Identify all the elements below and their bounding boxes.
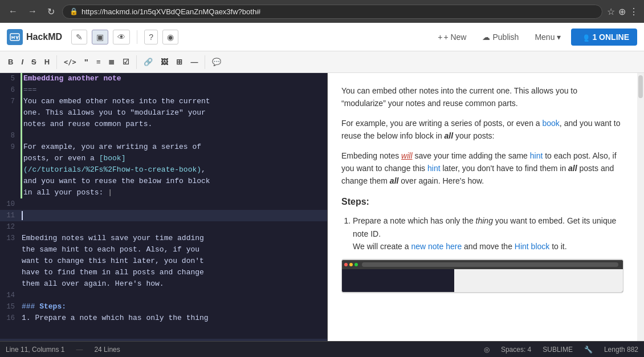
new-button[interactable]: + + New (432, 29, 472, 45)
menu-dots-button[interactable]: ⋮ (629, 6, 638, 17)
preview-text-2c: your posts: (453, 131, 494, 140)
back-button[interactable]: ← (6, 5, 21, 18)
address-bar[interactable]: 🔒 https://hackmd.io/1n5qXVBdQEanZnMQaex3… (62, 5, 602, 19)
editor-pane[interactable]: 5 Embedding another note 6 === 7 You can… (0, 73, 328, 341)
line-content-6: === (21, 84, 327, 96)
hint-link-2[interactable]: hint (427, 164, 441, 173)
preview-screenshot-inner (342, 260, 623, 292)
mini-dot-red (344, 263, 348, 266)
url-text: https://hackmd.io/1n5qXVBdQEanZnMQaex3fw… (81, 7, 260, 16)
line-content-9: For example, you are writing a series of… (21, 141, 327, 198)
app-name: HackMD (26, 32, 62, 42)
line-number-12: 12 (0, 221, 21, 233)
italic-button[interactable]: I (18, 56, 27, 68)
preview-text-3f: over again. Here's how. (398, 176, 484, 185)
hr-button[interactable]: — (187, 56, 201, 68)
line-number-11: 11 (0, 210, 21, 221)
extensions-button[interactable]: ⊕ (618, 6, 626, 17)
checklist-button[interactable]: ☑ (119, 56, 133, 68)
editor-line-13: 13 Embeding notes will save your time ad… (0, 233, 327, 290)
line-number-7: 7 (0, 96, 21, 107)
logo-area: HackMD (7, 29, 62, 45)
view-mode-button[interactable]: 👁 (113, 30, 130, 44)
blockquote-button[interactable]: " (81, 55, 92, 68)
bookmark-button[interactable]: ☆ (607, 6, 615, 17)
app-bar: HackMD ✎ ▣ 👁 ? ◉ + + New ☁ Publish Menu … (0, 23, 644, 51)
editor-line-16: 16 1. Prepare a note which has only the … (0, 313, 327, 324)
preview-scrollbar[interactable] (637, 73, 644, 341)
hackmd-logo-icon (7, 29, 23, 45)
strikethrough-button[interactable]: S (28, 56, 40, 68)
line-number-5: 5 (0, 73, 21, 84)
length-info: Length 882 (604, 346, 638, 354)
editor-line-5: 5 Embedding another note (0, 73, 327, 84)
new-note-link[interactable]: new note here (411, 242, 462, 251)
editor-line-7: 7 You can embed other notes into the cur… (0, 96, 327, 130)
ed-sep-3 (205, 55, 205, 69)
step1-text-c: We will create a (353, 242, 411, 251)
status-bar: Line 11, Columns 1 — 24 Lines ◎ Spaces: … (0, 341, 644, 357)
preview-all3-text: all (390, 176, 399, 185)
line-content-11 (21, 210, 327, 221)
editor-line-12: 12 (0, 221, 327, 233)
editor-line-8: 8 (0, 130, 327, 141)
browser-bar: ← → ↻ 🔒 https://hackmd.io/1n5qXVBdQEanZn… (0, 0, 644, 23)
hint-block-link[interactable]: Hint block (515, 242, 549, 251)
link-button[interactable]: 🔗 (140, 56, 156, 68)
book-link[interactable]: book (543, 119, 560, 128)
scrollbar-thumb[interactable] (638, 75, 643, 98)
preview-text-3d: later, you don't have to find them in (441, 164, 568, 173)
split-mode-button[interactable]: ▣ (92, 30, 108, 44)
online-icon: 👥 (579, 33, 589, 42)
hint-link-1[interactable]: hint (530, 151, 543, 160)
heading-button[interactable]: H (41, 56, 53, 68)
code-inline-button[interactable]: </> (60, 56, 80, 68)
editor-line-6: 6 === (0, 84, 327, 96)
wrench-icon[interactable]: 🔧 (584, 346, 593, 354)
editor-line-14: 14 (0, 290, 327, 301)
preview-para-3: Embeding notes will save your time addin… (341, 149, 623, 188)
table-button[interactable]: ⊞ (173, 56, 186, 68)
lock-icon: 🔒 (70, 7, 78, 15)
editor-line-9: 9 For example, you are writing a series … (0, 141, 327, 198)
ordered-list-button[interactable]: ≣ (105, 56, 118, 68)
ed-sep-2 (136, 55, 137, 69)
toolbar-separator-1 (137, 30, 137, 44)
preview-pane[interactable]: You can embed other notes into the curre… (328, 73, 637, 341)
preview-text-2a: For example, you are writing a series of… (341, 119, 543, 128)
mini-content (342, 269, 623, 292)
help-button[interactable]: ? (144, 30, 158, 44)
bold-button[interactable]: B (5, 56, 17, 68)
step1-thing-text: thing (476, 216, 493, 225)
step-1: Prepare a note which has only the thing … (353, 214, 623, 253)
preview-para-2: For example, you are writing a series of… (341, 117, 623, 143)
mini-browser-bar (342, 260, 623, 269)
preview-all-text: all (445, 131, 454, 140)
line-content-7: You can embed other notes into the curre… (21, 96, 327, 130)
step1-text-a: Prepare a note which has only the (353, 216, 476, 225)
browser-actions: ☆ ⊕ ⋮ (607, 6, 638, 17)
new-icon: + (438, 33, 442, 42)
editor-line-11: 11 (0, 210, 327, 221)
online-users-button[interactable]: 👥 1 ONLINE (571, 29, 637, 46)
line-number-8: 8 (0, 130, 21, 141)
line-content-14 (21, 290, 327, 301)
unordered-list-button[interactable]: ≡ (93, 56, 104, 68)
edit-mode-button[interactable]: ✎ (71, 30, 87, 44)
image-button[interactable]: 🖼 (157, 56, 172, 68)
comment-button[interactable]: 💬 (209, 56, 225, 68)
publish-label: Publish (492, 33, 519, 42)
snapshot-button[interactable]: ◉ (162, 30, 178, 44)
forward-button[interactable]: → (25, 5, 40, 18)
preview-text-3a: Embeding notes (341, 151, 401, 160)
preview-text-1: You can embed other notes into the curre… (341, 86, 577, 108)
line-content-16: 1. Prepare a note which has only the thi… (21, 313, 327, 324)
preview-will-text: will (401, 151, 412, 160)
line-count: 24 Lines (94, 346, 120, 354)
mini-dot-green (354, 263, 358, 266)
publish-button[interactable]: ☁ Publish (476, 29, 524, 45)
line-content-13: Embeding notes will save your time addin… (21, 233, 327, 290)
menu-button[interactable]: Menu ▾ (529, 29, 566, 45)
refresh-button[interactable]: ↻ (44, 5, 58, 18)
spaces-info: Spaces: 4 (501, 346, 531, 354)
